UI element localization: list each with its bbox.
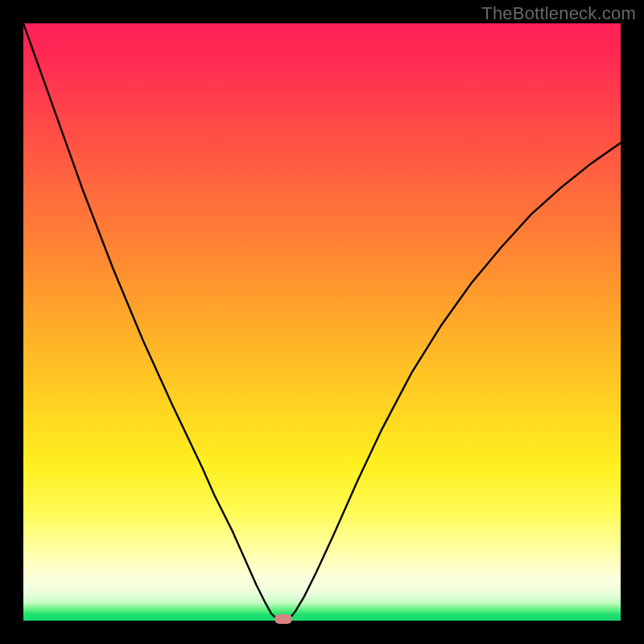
bottleneck-curve <box>23 23 621 621</box>
chart-frame: TheBottleneck.com <box>0 0 644 644</box>
plot-area <box>23 23 621 621</box>
watermark-text: TheBottleneck.com <box>481 3 636 24</box>
optimal-marker <box>275 614 292 624</box>
